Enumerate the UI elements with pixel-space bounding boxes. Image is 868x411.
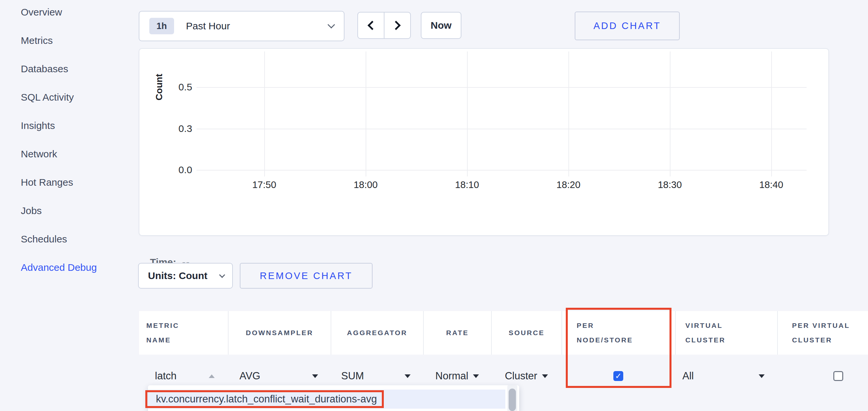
sidebar-item[interactable]: Metrics [21,36,97,45]
metric-table-header: METRIC NAME DOWNSAMPLER AGGREGATOR RATE … [139,311,868,354]
per-virtual-cluster-checkbox[interactable] [833,371,843,381]
sidebar-item-label: Jobs [21,205,42,216]
caret-down-icon [312,374,318,378]
y-axis-tick: 0.5 [158,81,192,93]
column-header-virtual-cluster: VIRTUAL CLUSTER [675,311,777,354]
column-header-aggregator: AGGREGATOR [331,311,423,354]
sidebar-item-label: Schedules [21,234,67,244]
remove-chart-button[interactable]: REMOVE CHART [240,263,373,288]
sidebar-item[interactable]: Insights [21,121,97,131]
suggestion-item[interactable]: kv.concurrency.latch_conflict_wait_durat… [148,389,505,409]
sidebar-item[interactable]: SQL Activity [21,92,97,102]
metric-suggestions-dropdown: kv.concurrency.latch_conflict_wait_durat… [148,385,519,411]
sidebar-item[interactable]: Databases [21,64,97,74]
chevron-left-icon [368,21,377,30]
rate-value: Normal [435,370,468,382]
caret-up-icon [209,374,215,378]
x-axis-tick: 18:30 [647,179,693,190]
now-button[interactable]: Now [421,12,461,39]
chart-card: Count 0.5 0.3 0.0 17:50 18:00 18:10 18:2… [139,48,829,236]
units-dropdown[interactable]: Units: Count [138,263,233,288]
sidebar-item-label: Advanced Debug [21,262,97,273]
column-header-per-virtual-cluster: PER VIRTUAL CLUSTER [777,311,868,354]
units-dropdown-label: Units: Count [148,270,208,281]
time-range-badge: 1h [149,18,174,34]
caret-down-icon [473,374,479,378]
caret-down-icon [542,374,548,378]
time-range-label: Past Hour [186,21,230,32]
suggestion-item-label: kv.concurrency.latch_conflict_wait_durat… [156,393,377,405]
downsampler-value: AVG [240,370,260,382]
column-header-per-node-store: PER NODE/STORE [561,311,675,354]
caret-down-icon [405,374,410,378]
sidebar-item-label: SQL Activity [21,92,74,103]
sidebar-nav: Overview Metrics Databases SQL Activity … [21,7,97,272]
sidebar-item-label: Metrics [21,35,53,46]
per-virtual-cluster-cell [777,359,868,392]
chevron-down-icon [219,272,225,278]
virtual-cluster-value: All [682,370,693,382]
sidebar-item-label: Overview [21,7,62,18]
source-value: Cluster [505,370,537,382]
time-range-selector[interactable]: 1h Past Hour [139,11,344,41]
prev-range-button[interactable] [358,12,384,39]
virtual-cluster-select[interactable]: All [675,359,777,392]
column-header-metric-name: METRIC NAME [139,311,228,354]
sidebar-item-label: Hot Ranges [21,177,73,188]
time-range-arrows [358,12,411,39]
chevron-right-icon [392,21,401,30]
sidebar-item[interactable]: Network [21,149,97,159]
column-header-rate: RATE [423,311,491,354]
sidebar-item[interactable]: Advanced Debug [21,263,97,272]
chevron-down-icon [328,21,335,29]
dropdown-scrollbar-thumb[interactable] [509,388,516,411]
x-axis-tick: 18:10 [444,179,490,190]
y-axis-tick: 0.0 [158,164,192,175]
column-header-source: SOURCE [491,311,561,354]
y-axis-tick: 0.3 [158,123,192,134]
advanced-debug-custom-chart-page: Overview Metrics Databases SQL Activity … [0,0,868,411]
sidebar-item-label: Network [21,148,57,159]
x-axis-tick: 18:20 [545,179,592,190]
column-header-downsampler: DOWNSAMPLER [228,311,331,354]
per-node-store-checkbox[interactable] [613,371,623,381]
next-range-button[interactable] [384,12,411,39]
caret-down-icon [759,374,765,378]
per-node-store-cell [561,359,675,392]
sidebar-item[interactable]: Schedules [21,234,97,244]
x-axis-tick: 17:50 [241,179,287,190]
x-axis-tick: 18:00 [342,179,389,190]
chart-plot-area[interactable] [196,52,807,176]
sidebar-item-label: Databases [21,63,68,74]
sidebar-item[interactable]: Jobs [21,206,97,216]
aggregator-value: SUM [341,370,364,382]
x-axis-tick: 18:40 [748,179,794,190]
sidebar-item[interactable]: Hot Ranges [21,177,97,187]
metric-name-value: latch [155,370,176,382]
sidebar-item-label: Insights [21,120,55,131]
sidebar-item[interactable]: Overview [21,7,97,17]
add-chart-button[interactable]: ADD CHART [575,11,680,40]
